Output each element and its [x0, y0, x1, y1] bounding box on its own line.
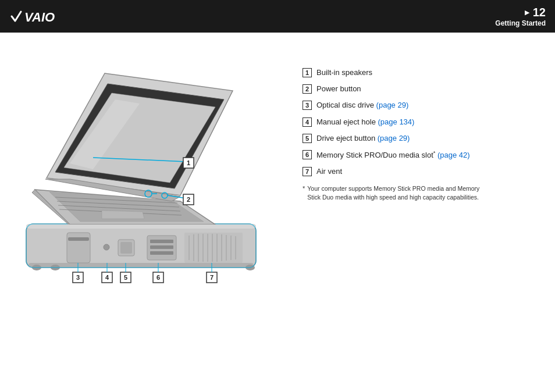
item-row-3: 3 Optical disc drive (page 29) — [303, 100, 543, 111]
item-row-5: 5 Drive eject button (page 29) — [303, 133, 543, 144]
item-number-7: 7 — [303, 167, 312, 176]
item-label-7: Air vent — [316, 166, 342, 177]
section-title: Getting Started — [495, 19, 546, 27]
svg-rect-34 — [150, 240, 173, 243]
svg-text:6: 6 — [156, 274, 160, 281]
footnote-section: * Your computer supports Memory Stick PR… — [303, 184, 543, 203]
svg-rect-32 — [120, 242, 132, 254]
main-content: 1 2 — [0, 33, 555, 392]
svg-rect-37 — [184, 233, 243, 263]
item-row-2: 2 Power button — [303, 84, 543, 94]
item-row-1: 1 Built-in speakers — [303, 67, 543, 78]
header: VAIO ▶ 12 Getting Started — [0, 0, 555, 33]
link-page29-optical[interactable]: (page 29) — [376, 101, 409, 109]
link-page134[interactable]: (page 134) — [378, 117, 415, 126]
laptop-diagram: 1 2 — [12, 44, 268, 224]
svg-text:3: 3 — [76, 274, 80, 281]
vaio-logo-icon: VAIO — [9, 6, 67, 27]
link-page29-eject[interactable]: (page 29) — [378, 134, 410, 142]
item-label-5: Drive eject button (page 29) — [316, 133, 410, 144]
svg-rect-35 — [150, 245, 173, 249]
svg-rect-36 — [150, 251, 173, 255]
svg-rect-29 — [68, 237, 89, 241]
item-number-5: 5 — [303, 134, 312, 143]
svg-marker-11 — [102, 211, 144, 219]
svg-text:5: 5 — [124, 274, 127, 281]
item-label-3: Optical disc drive (page 29) — [316, 100, 408, 111]
svg-point-30 — [104, 244, 109, 250]
svg-text:VAIO: VAIO — [24, 10, 55, 24]
arrow-icon: ▶ — [525, 9, 529, 16]
svg-rect-28 — [67, 233, 90, 263]
svg-text:1: 1 — [187, 159, 190, 166]
svg-text:2: 2 — [187, 196, 190, 203]
bottom-panel-diagram: 3 4 5 6 7 — [20, 215, 265, 291]
svg-rect-24 — [26, 224, 256, 229]
page-number: 12 — [533, 6, 546, 19]
description-area: 1 Built-in speakers 2 Power button 3 Opt… — [303, 44, 543, 380]
item-label-6: Memory Stick PRO/Duo media slot* (page 4… — [316, 149, 470, 161]
svg-rect-25 — [29, 263, 254, 268]
diagram-area: 1 2 — [12, 44, 291, 380]
link-page42[interactable]: (page 42) — [437, 151, 470, 159]
svg-text:7: 7 — [210, 274, 214, 281]
item-number-4: 4 — [303, 117, 312, 127]
logo-area: VAIO — [9, 6, 67, 27]
footnote-star: * — [303, 185, 305, 203]
item-row-4: 4 Manual eject hole (page 134) — [303, 117, 543, 127]
footnote-text: Your computer supports Memory Stick PRO … — [307, 184, 493, 203]
header-right: ▶ 12 Getting Started — [495, 6, 546, 27]
item-label-2: Power button — [316, 84, 361, 94]
item-number-6: 6 — [303, 150, 312, 159]
item-number-2: 2 — [303, 84, 312, 94]
item-number-1: 1 — [303, 68, 312, 77]
item-row-7: 7 Air vent — [303, 166, 543, 177]
item-label-4: Manual eject hole (page 134) — [316, 117, 414, 127]
item-number-3: 3 — [303, 101, 312, 110]
svg-text:4: 4 — [105, 274, 109, 281]
item-row-6: 6 Memory Stick PRO/Duo media slot* (page… — [303, 149, 543, 161]
item-label-1: Built-in speakers — [316, 67, 372, 78]
